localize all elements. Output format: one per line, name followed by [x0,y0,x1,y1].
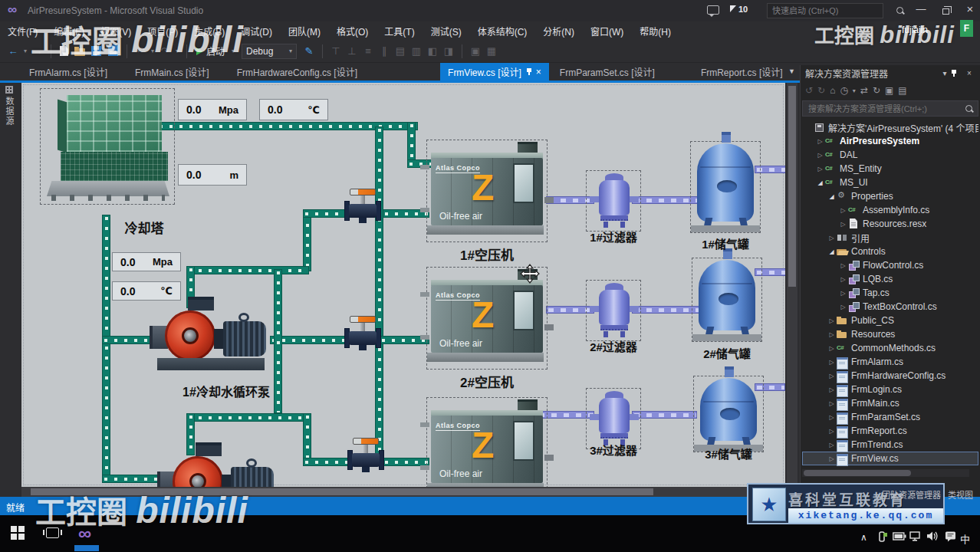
tree-item[interactable]: Resources.resx [802,217,978,231]
start-button[interactable] [11,526,25,540]
solution-config-dropdown[interactable]: Debug▾ [242,44,297,59]
value-readout[interactable]: 0.0 m [178,164,247,186]
minimize-button[interactable]: — [909,0,932,20]
expander-icon[interactable] [827,193,837,200]
document-tab[interactable]: FrmAlarm.cs [设计] × [21,63,115,80]
expander-icon[interactable] [815,138,825,145]
expander-icon[interactable] [827,386,837,393]
tree-item[interactable]: TextBoxControl.cs [802,300,978,314]
expander-icon[interactable] [827,331,837,338]
pen-input-tray-icon[interactable] [876,531,889,543]
cooling-water-pump-2[interactable] [157,449,280,487]
menu-item[interactable]: 体系结构(C) [478,25,528,38]
tree-item[interactable]: FrmParamSet.cs [802,410,978,424]
expander-icon[interactable] [838,304,848,310]
filter-3[interactable] [586,388,641,449]
expander-icon[interactable] [827,373,837,380]
menu-item[interactable]: 项目(P) [147,25,178,38]
value-readout[interactable]: 0.0 ℃ [259,99,328,120]
pending-changes-icon[interactable]: ◷ [840,85,847,96]
tree-item[interactable]: FrmHardwareConfig.cs [802,369,978,383]
refresh-icon[interactable]: ↻ [873,85,880,96]
expander-icon[interactable] [838,276,848,283]
expander-icon[interactable] [827,428,837,435]
tree-item[interactable]: FrmTrend.cs [802,438,978,452]
search-icon[interactable] [965,104,974,113]
switch-views-icon[interactable]: ⇄ [860,85,868,96]
tree-item[interactable]: Controls [802,245,978,258]
menu-item[interactable]: 窗口(W) [590,25,623,38]
tree-item[interactable]: AirPresureSystem [802,134,978,148]
cooling-water-pump-1[interactable] [150,303,272,376]
designer-horizontal-scrollbar[interactable] [21,487,785,497]
designer-vertical-scrollbar[interactable] [787,83,797,497]
panel-pin-icon[interactable] [951,69,963,77]
battery-tray-icon[interactable] [893,532,906,541]
tree-item[interactable]: FrmLogin.cs [802,383,978,396]
ime-indicator[interactable]: 中 [960,531,970,546]
hidden-icons-chevron[interactable]: ∧ [860,532,867,543]
panel-options-icon[interactable]: ▾ [939,69,951,77]
show-all-files-icon[interactable]: ▤ [898,85,906,96]
expander-icon[interactable] [838,221,848,228]
close-button[interactable]: × [959,0,980,20]
tree-item[interactable]: FrmReport.cs [802,424,978,438]
air-compressor-1[interactable]: Atlas Copco Z Oil-free air [426,140,548,242]
navigate-back-icon[interactable]: ← [6,45,20,57]
value-readout[interactable]: 0.0 Mpa [178,99,247,120]
tree-item[interactable]: LQB.cs [802,272,978,286]
valve-3[interactable] [349,438,383,479]
open-file-icon[interactable] [74,48,85,56]
expander-icon[interactable] [827,359,837,366]
home-icon[interactable]: ⌂ [830,85,835,96]
filter-1[interactable] [586,170,641,232]
start-debug-button[interactable]: 启动 [196,44,225,58]
save-all-icon[interactable] [108,46,118,56]
solution-search-box[interactable] [802,100,978,117]
valve-1[interactable] [346,189,380,230]
redo-icon[interactable]: ↷ [158,45,172,57]
align-centers-icon[interactable]: ∥ [377,45,391,57]
horizontal-spacing-icon[interactable]: ◧ [426,45,439,57]
align-lefts-icon[interactable]: ≡ [361,45,375,57]
document-tab[interactable]: FrmMain.cs [设计] × [127,63,217,80]
network-tray-icon[interactable] [909,531,922,542]
redo-dropdown-icon[interactable]: ▾ [174,48,180,54]
tree-item[interactable]: FlowControl.cs [802,258,978,272]
align-bottoms-icon[interactable]: ⊥ [345,45,359,57]
document-tab[interactable]: FrmHardwareConfig.cs [设计] × [229,63,365,80]
menu-item[interactable]: 生成(B) [194,25,225,38]
vertical-spacing-icon[interactable]: ◨ [442,45,455,57]
visual-studio-taskbar-icon[interactable]: ∞ [78,523,91,544]
document-tab[interactable]: FrmReport.cs [设计] × [693,63,791,80]
tree-item[interactable]: AssemblyInfo.cs [802,203,978,217]
menu-item[interactable]: 工具(T) [384,25,414,38]
expander-icon[interactable] [827,317,837,324]
tree-item[interactable]: Public_CS [802,314,978,327]
panel-header[interactable]: 解决方案资源管理器 ▾ × [801,65,980,81]
document-tab[interactable]: FrmParamSet.cs [设计] × [552,63,663,80]
menu-item[interactable]: 调试(D) [241,25,272,38]
back-icon[interactable]: ↺ [805,85,813,96]
task-view-button[interactable] [46,527,59,538]
new-file-icon[interactable] [60,46,68,56]
expander-icon[interactable] [838,290,848,297]
undo-icon[interactable]: ↶ [133,45,147,57]
filter-2[interactable] [586,280,641,341]
form-designer-canvas[interactable]: 冷却塔 0.0 Mpa 0.0 ℃ 0.0 m 0.0 Mpa 0.0 ℃ [21,83,785,487]
tree-item[interactable]: MS_Entity [802,162,978,176]
notification-tray-icon[interactable] [945,531,957,543]
expander-icon[interactable] [827,414,837,421]
notifications-flag-icon[interactable]: 10 [730,5,748,14]
expander-icon[interactable] [827,345,837,352]
menu-item[interactable]: 文件(F) [8,25,38,38]
solution-search-input[interactable] [807,104,965,114]
cooling-tower[interactable] [40,88,175,205]
menu-item[interactable]: 格式(O) [337,25,368,38]
tab-team-explorer[interactable]: 团队资源管理器 [882,488,941,501]
back-dropdown-icon[interactable]: ▾ [22,48,28,54]
forward-icon[interactable]: ↻ [817,85,825,96]
volume-tray-icon[interactable] [926,531,939,542]
menu-item[interactable]: 编辑(E) [54,25,84,38]
tree-item[interactable]: FrmAlarm.cs [802,355,978,369]
